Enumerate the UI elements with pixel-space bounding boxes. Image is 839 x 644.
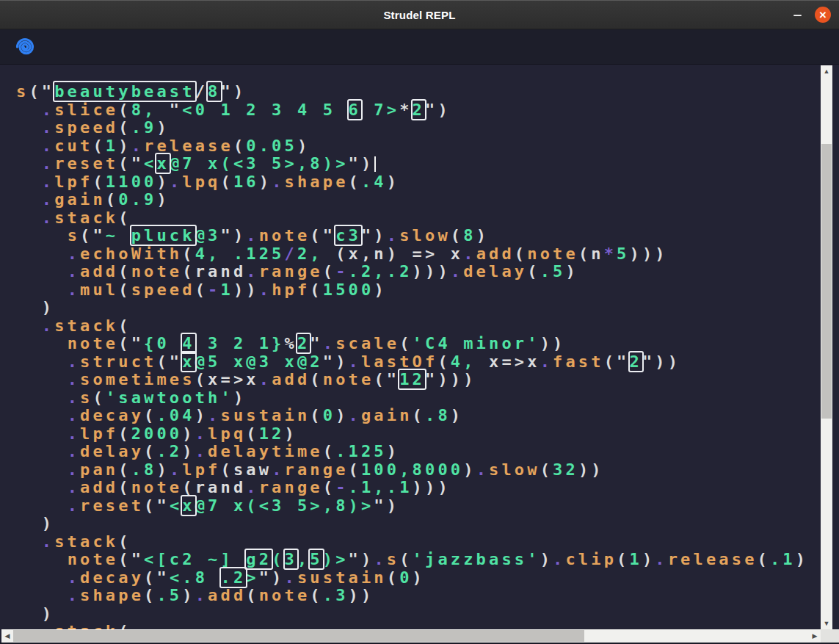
minimize-icon (793, 15, 802, 16)
code-token: .5 (156, 586, 182, 604)
code-token: ( (272, 550, 284, 568)
horizontal-scroll-thumb[interactable] (13, 630, 584, 642)
code-token: ( (310, 586, 322, 604)
code-token: shape (285, 173, 349, 191)
code-token: ( (349, 460, 361, 479)
code-token: 12 (259, 424, 285, 443)
scroll-up-button[interactable]: ▲ (821, 65, 832, 77)
code-token: ( (195, 281, 208, 299)
code-token: range (259, 478, 323, 496)
code-token: s (68, 226, 80, 245)
code-token: decay (80, 406, 144, 424)
code-token (16, 388, 68, 407)
code-token (16, 496, 68, 515)
code-token: .4 (361, 173, 387, 191)
horizontal-scrollbar[interactable]: ◀ ▶ (1, 629, 821, 643)
code-line: s("beautybeast/8") (16, 83, 808, 101)
code-token (16, 568, 68, 587)
code-token: ") (259, 568, 285, 587)
code-line: .sometimes(x=>x.add(note("12"))) (16, 371, 808, 389)
code-token: ( (437, 352, 450, 371)
code-token: . (195, 424, 208, 443)
code-token: ) (156, 118, 169, 137)
window-title: Strudel REPL (383, 9, 455, 21)
code-token: .1,.1 (349, 478, 413, 496)
code-token: 8 (208, 82, 220, 101)
code-token: <0 1 2 3 4 5 (182, 101, 348, 119)
code-token: . (195, 586, 208, 604)
code-token: . (374, 550, 386, 568)
code-token: lpq (182, 173, 220, 191)
title-bar[interactable]: Strudel REPL ✕ (0, 0, 839, 29)
code-token: lpq (208, 424, 246, 443)
code-token: @7 x(<3 5>,8)> (195, 496, 374, 515)
code-token: rand (195, 478, 247, 496)
code-token: (x=>x (195, 370, 259, 388)
scroll-right-button[interactable]: ▶ (809, 629, 821, 643)
code-token: 1500 (323, 281, 374, 299)
code-line: .echoWith(4, .125/2, (x,n) => x.add(note… (16, 245, 808, 264)
code-token: .8 (425, 406, 451, 424)
code-token: ( (221, 460, 233, 479)
code-token: ))) (630, 245, 668, 263)
code-token: (" (118, 334, 144, 352)
code-token (16, 406, 68, 424)
code-token: saw (233, 460, 272, 479)
code-token: ))) (413, 478, 451, 496)
code-token: (x,n) => x (323, 245, 463, 263)
code-line: .shape(.5).add(note(.3)) (16, 587, 808, 605)
code-token: .1 (770, 550, 796, 568)
code-token (16, 262, 68, 281)
code-token: ) (16, 514, 54, 532)
code-token: {0 (144, 334, 182, 352)
code-token: .04 (156, 406, 195, 424)
code-token: - (335, 262, 348, 281)
code-token (16, 101, 42, 119)
code-token: ( (310, 370, 322, 388)
code-token: . (131, 137, 144, 155)
code-line: .s('sawtooth') (16, 389, 808, 408)
code-token: ( (144, 406, 156, 424)
code-token: ( (118, 424, 131, 443)
code-token: ) (387, 442, 399, 460)
code-token: 2 (297, 334, 310, 352)
code-token: * (604, 245, 617, 263)
code-token: sustain (221, 406, 310, 424)
code-token: . (259, 370, 272, 388)
code-token: ")) (642, 352, 680, 371)
code-token: . (349, 352, 361, 371)
code-token: ) (285, 424, 297, 443)
code-token (16, 190, 42, 209)
code-token: ( (92, 137, 105, 155)
code-token: @3 (195, 226, 221, 245)
code-token: ") (349, 550, 374, 568)
strudel-spiral-icon[interactable] (15, 37, 35, 57)
code-token: release (144, 137, 233, 155)
code-token: delay (80, 442, 144, 460)
close-button[interactable]: ✕ (815, 7, 831, 23)
code-token: delaytime (208, 442, 323, 460)
code-token: <[c2 ~] (144, 550, 246, 568)
arrow-left-icon: ◀ (5, 632, 10, 640)
vertical-scrollbar[interactable]: ▲ ▼ (821, 65, 832, 629)
code-token (16, 137, 42, 155)
code-token: / (285, 245, 297, 263)
code-token: ) (540, 550, 553, 568)
code-token (16, 316, 42, 335)
scroll-left-button[interactable]: ◀ (1, 629, 13, 643)
scroll-down-button[interactable]: ▼ (821, 618, 832, 629)
vertical-scroll-thumb[interactable] (821, 144, 832, 419)
code-editor[interactable]: s("beautybeast/8") .slice(8, "<0 1 2 3 4… (0, 65, 821, 644)
code-token: ") (374, 496, 399, 515)
code-token: " (310, 334, 322, 352)
minimize-button[interactable] (790, 7, 805, 22)
code-token: - (335, 478, 348, 496)
code-line: .lpf(1100).lpq(16).shape(.4) (16, 173, 808, 192)
code-token: mul (80, 281, 118, 299)
code-token: 0.05 (246, 137, 297, 155)
code-token: (" (118, 154, 144, 173)
code-token: clip (565, 550, 617, 568)
code-token (16, 245, 68, 263)
code-token: )) (233, 281, 259, 299)
code-token: (" (604, 352, 630, 371)
